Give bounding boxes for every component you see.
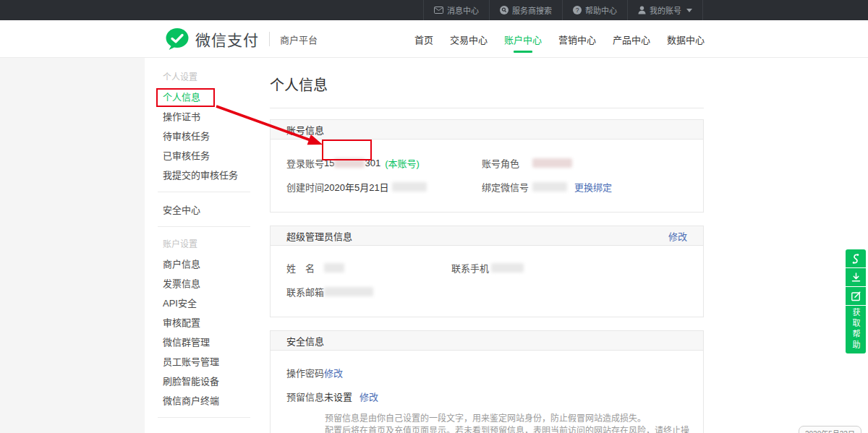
operation-password-label: 操作密码 — [286, 366, 324, 380]
bound-wechat-label: 绑定微信号 — [482, 180, 532, 194]
reserve-info-description: 预留信息是由你自己设置的一段文字，用来鉴定网站身份，防止假冒网站造成损失。 配置… — [325, 413, 703, 433]
brand-separator — [269, 32, 270, 46]
title-divider — [270, 108, 704, 108]
reserve-info-label: 预留信息 — [286, 390, 324, 403]
edit-icon — [851, 291, 861, 301]
redacted-account-role — [532, 158, 572, 168]
sidebar-item-merchant-info[interactable]: 商户信息 — [145, 254, 250, 274]
nav-marketing-center[interactable]: 营销中心 — [558, 20, 596, 58]
sidebar-group-personal-settings: 个人设置 — [145, 68, 250, 87]
sidebar-item-api-security[interactable]: API安全 — [145, 293, 250, 313]
brand-name: 微信支付 — [195, 28, 259, 50]
active-nav-underline — [514, 51, 532, 53]
topbar-item-label: 消息中心 — [447, 4, 479, 16]
contact-phone-label: 联系手机 — [451, 261, 491, 275]
page-title: 个人信息 — [270, 74, 704, 95]
sidebar-item-security-center[interactable]: 安全中心 — [145, 200, 250, 220]
sidebar-divider — [158, 417, 250, 418]
topbar-item-service-search[interactable]: 服务商搜索 — [489, 0, 562, 20]
current-account-tag: (本账号) — [385, 156, 420, 170]
wechat-pay-logo — [165, 27, 190, 51]
svg-text:?: ? — [576, 7, 579, 14]
nav-home[interactable]: 首页 — [414, 20, 433, 58]
nav-label: 账户中心 — [504, 33, 542, 46]
brand: 微信支付 商户平台 — [165, 20, 318, 58]
topbar-item-help-center[interactable]: ? 帮助中心 — [562, 0, 627, 20]
topbar-item-label: 服务商搜索 — [512, 4, 552, 16]
portal-name: 商户平台 — [280, 33, 318, 46]
change-binding-link[interactable]: 更换绑定 — [574, 180, 612, 194]
get-help-button[interactable]: 获取帮助 — [846, 306, 866, 353]
wechat-pay-merchant-portal: 消息中心 服务商搜索 ? 帮助中心 我的账号 微信 — [0, 0, 868, 433]
sidebar-item-wechat-group-management[interactable]: 微信群管理 — [145, 333, 250, 352]
sidebar-item-wechat-merchant-terminal[interactable]: 微信商户终端 — [145, 391, 250, 411]
created-time-value: 2020年5月21日 — [324, 180, 427, 194]
user-icon — [638, 6, 646, 14]
redacted-login-middle — [334, 158, 365, 168]
change-password-link[interactable]: 修改 — [324, 366, 343, 380]
topbar-item-my-account[interactable]: 我的账号 — [627, 0, 703, 20]
redacted-contact-email — [324, 287, 373, 296]
section-title: 超级管理员信息 — [286, 229, 352, 243]
security-info-card-body: 操作密码 修改 预留信息 未设置 修改 预留信息是由你自己设置的一段文字，用来鉴… — [271, 351, 703, 433]
admin-name-label: 姓 名 — [286, 261, 324, 275]
feedback-button[interactable] — [846, 287, 866, 305]
nav-label: 数据中心 — [667, 33, 705, 46]
link-icon — [851, 253, 861, 265]
sidebar: 个人设置 个人信息 操作证书 待审核任务 已审核任务 我提交的审核任务 安全中心… — [145, 58, 250, 433]
sidebar-item-face-smart-device[interactable]: 刷脸智能设备 — [145, 372, 250, 391]
login-account-value: 15 301 — [324, 158, 380, 168]
topbar-item-label: 帮助中心 — [585, 4, 617, 16]
main-content: 个人信息 账号信息 登录账号 15 301 (本账号) — [270, 58, 704, 433]
sidebar-item-operation-certificate[interactable]: 操作证书 — [145, 107, 250, 127]
sidebar-divider — [158, 192, 250, 192]
mail-icon — [434, 7, 443, 14]
set-reserve-info-link[interactable]: 修改 — [359, 390, 378, 403]
section-title: 安全信息 — [286, 334, 324, 348]
security-info-card: 安全信息 操作密码 修改 预留信息 未设置 修改 预留信息是由你自己设置的一段文… — [270, 330, 704, 433]
account-info-card-body: 登录账号 15 301 (本账号) 账号角色 — [271, 140, 703, 212]
sidebar-item-review-config[interactable]: 审核配置 — [145, 313, 250, 333]
nav-account-center[interactable]: 账户中心 — [504, 20, 542, 58]
account-info-card: 账号信息 登录账号 15 301 (本账号) 账号角色 — [270, 119, 704, 213]
search-icon — [500, 6, 509, 14]
sidebar-item-my-submitted-review-tasks[interactable]: 我提交的审核任务 — [145, 166, 250, 185]
get-help-label: 获取帮助 — [850, 308, 861, 351]
created-time-label: 创建时间 — [286, 180, 324, 194]
super-admin-card-header: 超级管理员信息 修改 — [271, 226, 703, 246]
sidebar-item-personal-info[interactable]: 个人信息 — [145, 87, 250, 107]
share-link-button[interactable] — [846, 249, 866, 267]
topbar-item-label: 我的账号 — [650, 4, 681, 16]
nav-transaction-center[interactable]: 交易中心 — [450, 20, 488, 58]
edit-admin-link[interactable]: 修改 — [668, 229, 687, 243]
topbar-menu: 消息中心 服务商搜索 ? 帮助中心 我的账号 — [423, 0, 703, 20]
sidebar-item-staff-account-management[interactable]: 员工账号管理 — [145, 352, 250, 372]
login-account-label: 登录账号 — [286, 156, 324, 170]
super-admin-card: 超级管理员信息 修改 姓 名 联系手机 联系邮箱 — [270, 226, 704, 317]
nav-data-center[interactable]: 数据中心 — [667, 20, 705, 58]
main-nav: 首页 交易中心 账户中心 营销中心 产品中心 数据中心 — [414, 20, 705, 58]
nav-product-center[interactable]: 产品中心 — [613, 20, 650, 58]
topbar-item-message-center[interactable]: 消息中心 — [423, 0, 489, 20]
floating-help-widget: 获取帮助 — [846, 249, 866, 353]
created-date: 2020年5月21日 — [324, 180, 389, 194]
sidebar-item-invoice-info[interactable]: 发票信息 — [145, 274, 250, 293]
redacted-contact-phone — [491, 263, 524, 273]
download-button[interactable] — [846, 268, 866, 286]
nav-label: 营销中心 — [558, 33, 596, 46]
help-icon: ? — [573, 6, 582, 14]
nav-label: 产品中心 — [613, 33, 650, 46]
header: 微信支付 商户平台 首页 交易中心 账户中心 营销中心 产品中心 数据中心 — [0, 20, 868, 58]
login-account-suffix: 301 — [365, 158, 380, 168]
left-gutter — [0, 58, 145, 433]
sidebar-item-reviewed-tasks[interactable]: 已审核任务 — [145, 146, 250, 166]
redacted-wechat-id — [532, 182, 567, 192]
contact-email-label: 联系邮箱 — [286, 285, 324, 299]
sidebar-item-pending-review-tasks[interactable]: 待审核任务 — [145, 127, 250, 146]
super-admin-card-body: 姓 名 联系手机 联系邮箱 — [271, 246, 703, 317]
login-account-prefix: 15 — [324, 158, 334, 168]
account-role-label: 账号角色 — [482, 156, 532, 170]
reserve-info-status: 未设置 — [324, 390, 352, 403]
redacted-created-time — [392, 182, 427, 192]
nav-label: 交易中心 — [450, 33, 488, 46]
